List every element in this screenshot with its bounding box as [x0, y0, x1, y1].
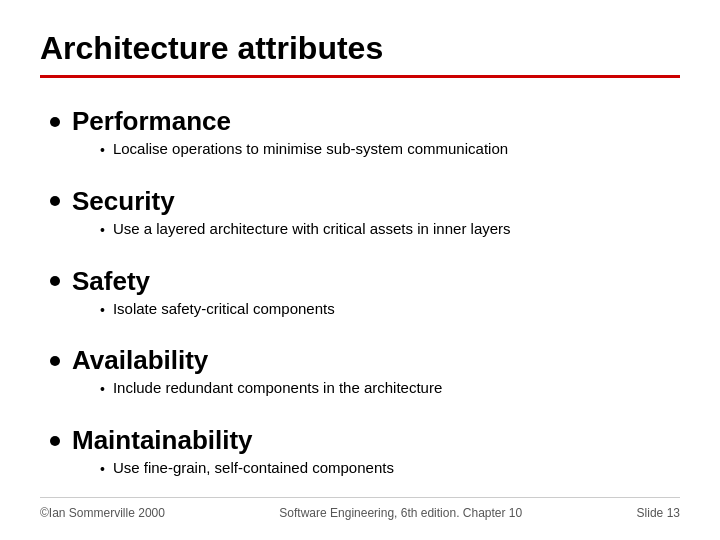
- title-section: Architecture attributes: [40, 30, 680, 96]
- sub-dot-availability: •: [100, 381, 105, 397]
- sub-text-security: Use a layered architecture with critical…: [113, 220, 511, 237]
- bullet-item-availability: Availability • Include redundant compone…: [40, 345, 680, 397]
- content-area: Performance • Localise operations to min…: [40, 106, 680, 491]
- sub-dot-performance: •: [100, 142, 105, 158]
- bullet-item-safety: Safety • Isolate safety-critical compone…: [40, 266, 680, 318]
- sub-text-maintainability: Use fine-grain, self-contained component…: [113, 459, 394, 476]
- footer-copyright: ©Ian Sommerville 2000: [40, 506, 165, 520]
- sub-text-performance: Localise operations to minimise sub-syst…: [113, 140, 508, 157]
- bullet-main-safety: Safety: [40, 266, 680, 297]
- bullet-dot-performance: [50, 117, 60, 127]
- bullet-main-maintainability: Maintainability: [40, 425, 680, 456]
- bullet-item-performance: Performance • Localise operations to min…: [40, 106, 680, 158]
- bullet-dot-availability: [50, 356, 60, 366]
- bullet-main-availability: Availability: [40, 345, 680, 376]
- sub-bullet-maintainability: • Use fine-grain, self-contained compone…: [100, 459, 680, 477]
- bullet-label-availability: Availability: [72, 345, 208, 376]
- slide: Architecture attributes Performance • Lo…: [0, 0, 720, 540]
- bullet-dot-security: [50, 196, 60, 206]
- sub-bullet-performance: • Localise operations to minimise sub-sy…: [100, 140, 680, 158]
- sub-bullet-security: • Use a layered architecture with critic…: [100, 220, 680, 238]
- bullet-item-maintainability: Maintainability • Use fine-grain, self-c…: [40, 425, 680, 477]
- bullet-dot-safety: [50, 276, 60, 286]
- title-divider: [40, 75, 680, 78]
- bullet-dot-maintainability: [50, 436, 60, 446]
- bullet-label-performance: Performance: [72, 106, 231, 137]
- sub-dot-safety: •: [100, 302, 105, 318]
- bullet-label-security: Security: [72, 186, 175, 217]
- sub-bullet-safety: • Isolate safety-critical components: [100, 300, 680, 318]
- footer-source: Software Engineering, 6th edition. Chapt…: [279, 506, 522, 520]
- bullet-main-performance: Performance: [40, 106, 680, 137]
- sub-dot-maintainability: •: [100, 461, 105, 477]
- bullet-label-maintainability: Maintainability: [72, 425, 253, 456]
- bullet-label-safety: Safety: [72, 266, 150, 297]
- sub-text-availability: Include redundant components in the arch…: [113, 379, 442, 396]
- slide-title: Architecture attributes: [40, 30, 680, 67]
- footer-slide-number: Slide 13: [637, 506, 680, 520]
- bullet-item-security: Security • Use a layered architecture wi…: [40, 186, 680, 238]
- slide-footer: ©Ian Sommerville 2000 Software Engineeri…: [40, 497, 680, 520]
- bullet-main-security: Security: [40, 186, 680, 217]
- sub-dot-security: •: [100, 222, 105, 238]
- sub-bullet-availability: • Include redundant components in the ar…: [100, 379, 680, 397]
- sub-text-safety: Isolate safety-critical components: [113, 300, 335, 317]
